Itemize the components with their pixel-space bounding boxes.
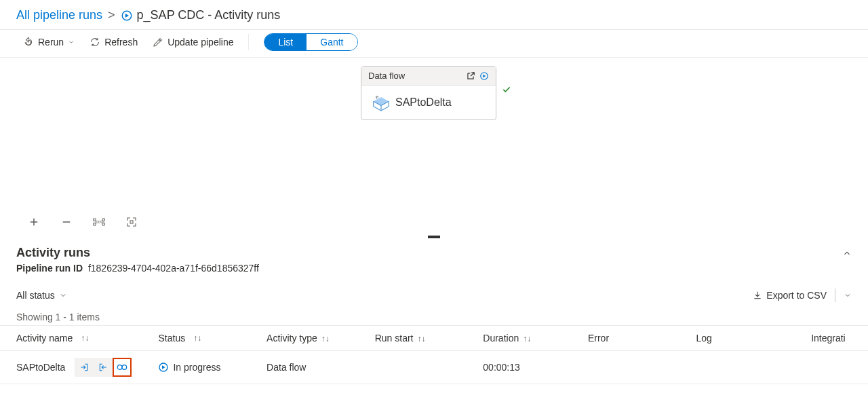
svg-text:100%: 100% [94,221,104,225]
chevron-down-icon [68,39,75,45]
status-cell: In progress [158,362,220,373]
in-progress-icon [158,362,169,373]
col-error[interactable]: Error [588,333,696,344]
input-icon[interactable] [75,358,94,377]
col-run-start[interactable]: Run start↑↓ [375,333,484,344]
toolbar: Rerun Refresh Update pipeline List Gantt [0,29,868,58]
breadcrumb: All pipeline runs > p_SAP CDC - Activity… [0,0,868,29]
chevron-down-icon [59,291,67,299]
refresh-icon [90,37,100,48]
update-pipeline-button[interactable]: Update pipeline [146,33,240,52]
svg-point-5 [122,365,127,370]
export-more-button[interactable] [844,291,852,299]
sort-icon: ↑↓ [193,333,201,343]
toolbar-divider [248,34,249,50]
sort-icon: ↑↓ [321,334,330,344]
filter-bar: All status Export to CSV [0,282,868,302]
status-text: In progress [173,362,220,373]
node-body: SAPtoDelta [361,86,496,119]
zoom-fit-button[interactable] [122,212,141,231]
rerun-node-icon[interactable] [479,71,489,81]
rerun-button[interactable]: Rerun [16,33,81,52]
activity-runs-icon [121,10,133,22]
list-view-button[interactable]: List [264,34,307,50]
breadcrumb-root-link[interactable]: All pipeline runs [16,8,102,22]
activity-name-cell: SAPtoDelta [16,362,65,373]
node-header: Data flow [361,67,496,86]
status-filter-label: All status [16,290,55,301]
col-duration[interactable]: Duration↑↓ [483,333,588,344]
table-row: SAPtoDelta In progress Data f [0,351,868,384]
activity-table: Activity name↑↓ Status↑↓ Activity type↑↓… [0,325,868,384]
col-log[interactable]: Log [696,333,812,344]
breadcrumb-separator: > [108,8,115,22]
pipeline-canvas[interactable]: Data flow SAPtoDelta [0,58,868,207]
table-header: Activity name↑↓ Status↑↓ Activity type↑↓… [0,325,868,351]
zoom-controls: 100% [0,207,868,237]
duration-cell: 00:00:13 [483,362,588,373]
open-icon[interactable] [466,71,475,81]
pipeline-run-id: Pipeline run ID f1826239-4704-402a-a71f-… [16,263,852,274]
row-actions [75,358,132,377]
pipeline-id-label: Pipeline run ID [16,263,83,274]
col-activity-name[interactable]: Activity name↑↓ [16,333,158,344]
breadcrumb-current: p_SAP CDC - Activity runs [137,8,281,22]
export-label: Export to CSV [766,290,827,301]
status-filter[interactable]: All status [16,290,67,301]
dataflow-icon [371,94,389,111]
refresh-button[interactable]: Refresh [83,33,144,52]
export-csv-button[interactable]: Export to CSV [753,290,827,301]
sort-icon: ↑↓ [523,334,531,344]
rerun-icon [23,37,34,48]
details-icon[interactable] [113,358,132,377]
zoom-100-button[interactable]: 100% [90,212,108,231]
sort-icon: ↑↓ [81,333,89,343]
output-icon[interactable] [94,358,113,377]
col-integration-runtime[interactable]: Integrati [811,333,852,344]
results-count: Showing 1 - 1 items [0,302,868,325]
zoom-in-button[interactable] [24,212,43,231]
node-type: Data flow [368,71,405,81]
view-toggle: List Gantt [264,33,357,51]
svg-point-4 [118,365,123,370]
gantt-view-button[interactable]: Gantt [307,34,357,50]
activity-runs-section: Activity runs Pipeline run ID f1826239-4… [0,238,868,282]
download-icon [753,291,762,300]
update-label: Update pipeline [167,37,233,48]
rerun-label: Rerun [38,37,64,48]
pane-resize-handle[interactable] [0,237,868,238]
chevron-up-icon[interactable] [842,248,852,258]
pencil-icon [153,37,163,48]
pipeline-id-value: f1826239-4704-402a-a71f-66d1856327ff [88,263,259,274]
zoom-out-button[interactable] [57,212,76,231]
col-activity-type[interactable]: Activity type↑↓ [267,333,375,344]
node-name: SAPtoDelta [395,96,452,109]
svg-rect-3 [130,221,133,223]
col-status[interactable]: Status↑↓ [158,333,267,344]
check-icon [502,85,511,94]
sort-icon: ↑↓ [418,334,426,344]
refresh-label: Refresh [104,37,138,48]
section-heading: Activity runs [16,246,90,260]
divider [835,289,835,302]
type-cell: Data flow [267,362,375,373]
activity-node[interactable]: Data flow SAPtoDelta [361,66,496,120]
